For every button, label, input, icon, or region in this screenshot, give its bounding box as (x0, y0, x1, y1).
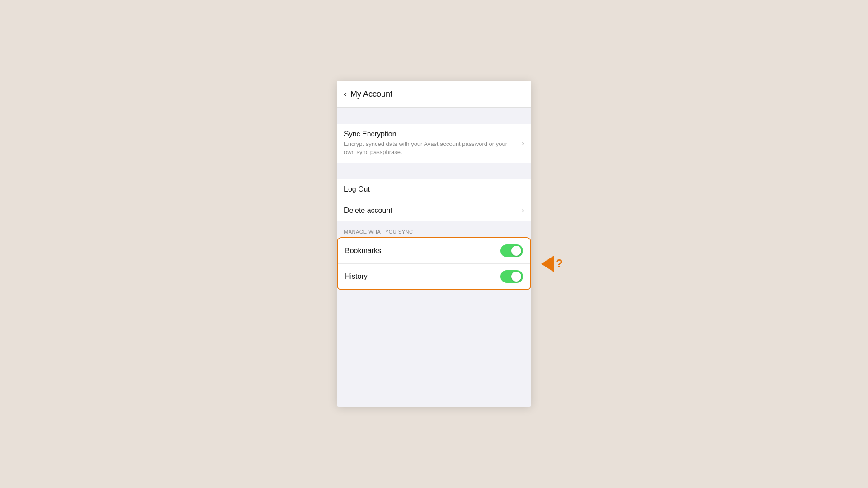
back-button[interactable]: ‹ (344, 89, 347, 99)
history-toggle[interactable] (500, 270, 523, 283)
sync-gap-top (337, 221, 531, 225)
sync-encryption-item[interactable]: Sync Encryption Encrypt synced data with… (337, 124, 531, 163)
manage-sync-label: MANAGE WHAT YOU SYNC (337, 225, 531, 237)
main-content: Sync Encryption Encrypt synced data with… (337, 108, 531, 379)
sync-encryption-title: Sync Encryption (344, 130, 518, 138)
annotation: ? (541, 256, 563, 272)
logout-content: Log Out (344, 185, 524, 193)
delete-account-content: Delete account (344, 206, 518, 215)
history-toggle-item: History (338, 264, 530, 289)
page-title: My Account (350, 89, 392, 99)
delete-account-item[interactable]: Delete account › (337, 200, 531, 221)
delete-account-chevron: › (522, 206, 524, 215)
delete-account-label: Delete account (344, 206, 518, 215)
sync-encryption-content: Sync Encryption Encrypt synced data with… (344, 130, 518, 156)
question-mark-icon: ? (556, 257, 563, 271)
bookmarks-slider (500, 244, 523, 257)
middle-gap (337, 163, 531, 179)
sync-encryption-subtitle: Encrypt synced data with your Avast acco… (344, 140, 518, 156)
sync-section: Bookmarks History (337, 237, 531, 290)
logout-label: Log Out (344, 185, 524, 193)
phone-frame: ‹ My Account Sync Encryption Encrypt syn… (337, 81, 531, 407)
arrow-icon (541, 256, 554, 272)
bookmarks-toggle-item: Bookmarks (338, 238, 530, 264)
bookmarks-toggle[interactable] (500, 244, 523, 257)
history-label: History (345, 272, 368, 281)
account-actions-card: Log Out Delete account › (337, 179, 531, 221)
page-header: ‹ My Account (337, 81, 531, 108)
sync-encryption-chevron: › (522, 139, 524, 147)
top-gap (337, 108, 531, 124)
sync-encryption-card: Sync Encryption Encrypt synced data with… (337, 124, 531, 163)
sync-section-wrapper: Bookmarks History ? (337, 237, 531, 290)
logout-item[interactable]: Log Out (337, 179, 531, 200)
history-slider (500, 270, 523, 283)
bookmarks-label: Bookmarks (345, 247, 381, 255)
